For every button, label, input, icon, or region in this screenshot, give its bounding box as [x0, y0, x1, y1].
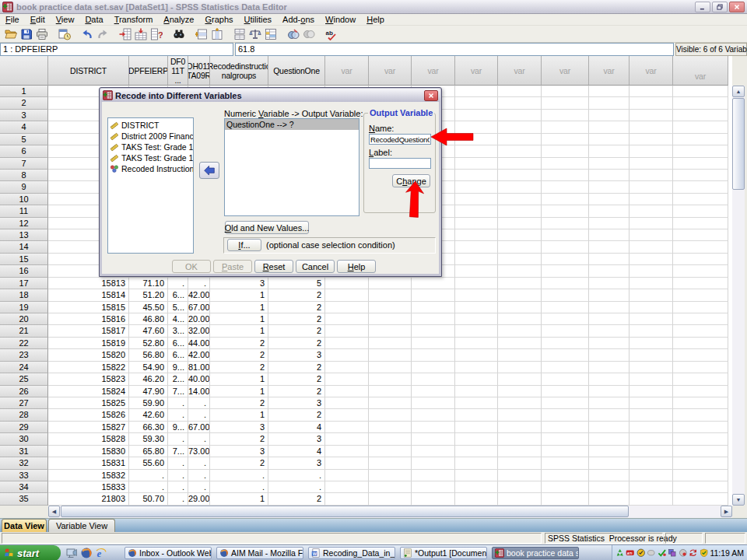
- data-cell[interactable]: .: [188, 397, 210, 409]
- data-cell-var[interactable]: [589, 145, 630, 157]
- data-cell-var[interactable]: [589, 302, 630, 313]
- data-cell[interactable]: .: [168, 397, 188, 409]
- data-cell-var[interactable]: [589, 218, 630, 229]
- help-button[interactable]: Help: [337, 260, 376, 273]
- data-cell[interactable]: .: [129, 470, 168, 481]
- data-cell[interactable]: 20.00: [188, 313, 210, 325]
- weight-cases-icon[interactable]: [247, 27, 263, 41]
- cancel-button[interactable]: Cancel: [296, 260, 335, 273]
- data-cell-var[interactable]: [498, 170, 542, 181]
- taskbar-window-button[interactable]: AIM Mail - Mozilla Fir...: [216, 547, 303, 559]
- column-header-var[interactable]: var: [630, 56, 673, 86]
- data-cell-var[interactable]: [412, 278, 455, 289]
- data-cell[interactable]: 15830: [48, 446, 129, 457]
- data-cell-var[interactable]: [455, 241, 498, 253]
- data-cell-var[interactable]: [589, 86, 630, 97]
- data-cell-var[interactable]: [498, 289, 542, 301]
- data-cell-var[interactable]: [498, 205, 542, 217]
- data-cell[interactable]: 47.90: [129, 386, 168, 397]
- data-cell[interactable]: 32.00: [188, 325, 210, 337]
- data-cell-var[interactable]: [369, 373, 412, 385]
- row-header-22[interactable]: 22: [0, 338, 48, 349]
- data-cell-var[interactable]: [630, 121, 673, 133]
- row-header-33[interactable]: 33: [0, 470, 48, 481]
- data-cell-var[interactable]: [498, 493, 542, 505]
- data-cell-var[interactable]: [325, 313, 369, 325]
- data-cell-var[interactable]: [542, 493, 589, 505]
- data-cell-var[interactable]: [498, 373, 542, 385]
- data-cell[interactable]: 4: [268, 422, 325, 433]
- data-cell-var[interactable]: [542, 97, 589, 109]
- data-cell[interactable]: 3: [210, 278, 268, 289]
- data-cell[interactable]: 71.10: [129, 278, 168, 289]
- data-cell-var[interactable]: [325, 325, 369, 337]
- data-cell[interactable]: .: [210, 481, 268, 493]
- data-cell-var[interactable]: [542, 409, 589, 421]
- spell-check-icon[interactable]: ab: [324, 27, 339, 41]
- data-cell-var[interactable]: [542, 194, 589, 205]
- data-cell[interactable]: 46.80: [129, 313, 168, 325]
- menu-item-help[interactable]: Help: [361, 14, 390, 26]
- tab-data-view[interactable]: Data View: [2, 519, 47, 532]
- data-cell-var[interactable]: [542, 313, 589, 325]
- data-cell-var[interactable]: [369, 397, 412, 409]
- data-cell[interactable]: .: [168, 433, 188, 445]
- data-cell-var[interactable]: [630, 110, 673, 121]
- data-cell[interactable]: 2: [210, 362, 268, 373]
- column-header-var[interactable]: var: [412, 56, 455, 86]
- data-cell[interactable]: 59.30: [129, 433, 168, 445]
- data-cell-var[interactable]: [630, 409, 673, 421]
- data-cell[interactable]: 2: [210, 338, 268, 349]
- use-sets-icon[interactable]: [286, 27, 301, 41]
- data-cell-var[interactable]: [412, 446, 455, 457]
- minimize-icon[interactable]: [695, 2, 710, 12]
- data-cell-var[interactable]: [673, 265, 728, 277]
- data-cell[interactable]: 15820: [48, 349, 129, 361]
- data-cell-var[interactable]: [673, 481, 728, 493]
- data-cell-var[interactable]: [673, 493, 728, 505]
- recycle-icon[interactable]: [615, 548, 624, 558]
- data-cell[interactable]: 50.70: [129, 493, 168, 505]
- data-cell-var[interactable]: [455, 493, 498, 505]
- data-cell-var[interactable]: [589, 373, 630, 385]
- data-cell-var[interactable]: [412, 433, 455, 445]
- data-cell[interactable]: .: [188, 409, 210, 421]
- source-variable-item[interactable]: TAKS Test: Grade 11 Hi...: [108, 152, 193, 163]
- data-cell-var[interactable]: [455, 229, 498, 241]
- data-cell-var[interactable]: [589, 121, 630, 133]
- data-cell-var[interactable]: [498, 254, 542, 265]
- data-cell-var[interactable]: [412, 493, 455, 505]
- data-cell-var[interactable]: [455, 170, 498, 181]
- column-header-var[interactable]: var: [498, 56, 542, 86]
- data-cell-var[interactable]: [498, 338, 542, 349]
- data-cell-var[interactable]: [589, 470, 630, 481]
- data-cell[interactable]: 15827: [48, 422, 129, 433]
- data-cell[interactable]: 42.00: [188, 349, 210, 361]
- data-cell-var[interactable]: [630, 254, 673, 265]
- corner-header-cell[interactable]: [0, 56, 48, 86]
- data-cell[interactable]: 1: [210, 302, 268, 313]
- antivirus-check-icon[interactable]: [658, 548, 666, 558]
- data-cell-var[interactable]: [589, 446, 630, 457]
- data-cell[interactable]: 9...: [168, 422, 188, 433]
- open-file-icon[interactable]: [3, 27, 19, 41]
- data-cell-var[interactable]: [369, 493, 412, 505]
- goto-variable-icon[interactable]: [133, 27, 149, 41]
- data-cell[interactable]: 4: [268, 446, 325, 457]
- data-cell-var[interactable]: [369, 362, 412, 373]
- data-cell[interactable]: 21803: [48, 493, 129, 505]
- data-cell-var[interactable]: [325, 338, 369, 349]
- data-cell-var[interactable]: [630, 302, 673, 313]
- data-cell-var[interactable]: [369, 313, 412, 325]
- split-file-icon[interactable]: [232, 27, 247, 41]
- insert-variable-icon[interactable]: [209, 27, 225, 41]
- data-cell[interactable]: 15815: [48, 302, 129, 313]
- data-cell-var[interactable]: [369, 457, 412, 469]
- row-header-17[interactable]: 17: [0, 278, 48, 289]
- data-cell-var[interactable]: [412, 409, 455, 421]
- data-cell-var[interactable]: [630, 229, 673, 241]
- data-cell-var[interactable]: [673, 313, 728, 325]
- data-cell-var[interactable]: [673, 446, 728, 457]
- data-cell[interactable]: .: [210, 470, 268, 481]
- source-variable-item[interactable]: District 2009 Finance: E...: [108, 131, 193, 142]
